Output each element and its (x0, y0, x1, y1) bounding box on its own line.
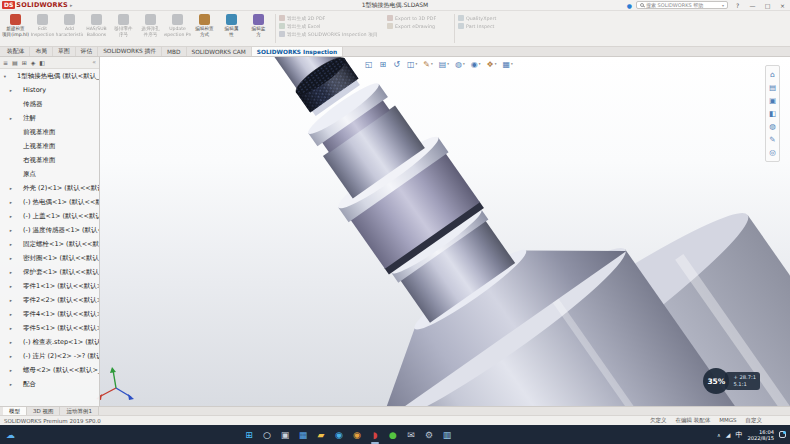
command-tab[interactable]: 装配体 (2, 47, 30, 56)
view-orientation-icon[interactable]: ▤ ▾ (439, 60, 449, 69)
assembly-model[interactable] (53, 57, 790, 406)
tree-item[interactable]: ▸ 零件5<1> (默认<<默认>_显示状态) (0, 321, 99, 335)
part-inspect-button[interactable]: Part Inspect (458, 23, 510, 29)
zoom-area-icon[interactable]: ⊞ (380, 60, 388, 69)
select-balloon-button[interactable]: 选择弹孔 件序号 (137, 12, 164, 45)
tree-item[interactable]: ▸ 注解 (0, 111, 99, 125)
remove-balloon-button[interactable]: 移排零件 序号 (110, 12, 137, 45)
input-method-indicator[interactable]: 中 (735, 430, 742, 440)
file-menu-arrow-icon[interactable]: ▸ (70, 2, 73, 8)
dropdown-caret-icon[interactable]: ▾ (416, 60, 418, 69)
status-item[interactable]: MMGS (719, 417, 736, 424)
design-library-icon[interactable]: ▤ (769, 83, 776, 92)
export-inspection-project-button[interactable]: 导出生成 SOLIDWORKS Inspection 项目 (279, 31, 387, 37)
search-button[interactable]: ○ (261, 429, 273, 441)
settings-button[interactable]: ⚙ (423, 429, 435, 441)
search-caret-icon[interactable]: ▾ (722, 3, 724, 8)
tree-item[interactable]: 前视基准面 (0, 125, 99, 139)
command-tab[interactable]: 评估 (76, 47, 99, 56)
tree-item[interactable]: ▸ (-) 检查表.step<1> (默认<<默认>_显示状态) (0, 335, 99, 349)
status-item[interactable]: 在编辑 装配体 (676, 417, 711, 424)
tree-item[interactable]: ▾ 1型轴接热电偶 (默认<默认_显示状态-1>) (0, 69, 99, 83)
tree-item[interactable]: ▸ 密封圈<1> (默认<<默认>_显示状态) (0, 251, 99, 265)
annotation-visibility-icon[interactable]: ✎ ▾ (423, 60, 432, 69)
tree-item[interactable]: 原点 (0, 167, 99, 181)
propertymanager-tab[interactable]: ▤ (12, 59, 18, 66)
task-view-button[interactable]: ▣ (279, 429, 291, 441)
login-icon[interactable]: ● (627, 2, 632, 9)
help-search-input[interactable]: 搜索 SOLIDWORKS 帮助 ▾ (636, 1, 728, 9)
dropdown-caret-icon[interactable]: ▾ (463, 60, 465, 69)
command-tab[interactable]: SOLIDWORKS 插件 (98, 47, 162, 56)
browser-button[interactable]: ◉ (351, 429, 363, 441)
dropdown-caret-icon[interactable]: ▾ (447, 60, 449, 69)
tree-item[interactable]: ▸ (-) 连片 (2)<2> ->? (默认<<默认>_显示状态) (0, 349, 99, 363)
taskbar-clock[interactable]: 16:04 2022/8/15 (747, 429, 774, 441)
tree-item[interactable]: 上视基准面 (0, 139, 99, 153)
minimize-button[interactable]: — (747, 2, 758, 9)
wechat-button[interactable]: ● (387, 429, 399, 441)
previous-view-icon[interactable]: ↺ (393, 60, 401, 69)
tree-item[interactable]: ▸ 外壳 (2)<1> (默认<<默认>_显示状态) (0, 181, 99, 195)
edge-button[interactable]: ◉ (333, 429, 345, 441)
featuremanager-tab[interactable]: ≡ (3, 59, 8, 66)
document-tab[interactable]: 运动算例1 (60, 407, 99, 415)
tray-overflow-icon[interactable]: ∧ (717, 432, 721, 438)
add-characteristics-button[interactable]: Add Characteristics (56, 12, 83, 45)
tree-item[interactable]: ▸ 零件1<1> (默认<<默认>_显示状态) (0, 279, 99, 293)
tree-item[interactable]: ▸ History (0, 83, 99, 97)
close-button[interactable]: × (777, 2, 788, 9)
notification-icon[interactable] (779, 431, 786, 438)
tree-item[interactable]: 右视基准面 (0, 153, 99, 167)
tree-item[interactable]: ▸ 零件4<1> (默认<<默认>_显示状态) (0, 307, 99, 321)
status-item[interactable]: 欠定义 (650, 417, 667, 424)
mail-button[interactable]: ✉ (405, 429, 417, 441)
section-view-icon[interactable]: ◫ ▾ (407, 60, 417, 69)
file-explorer-pane-icon[interactable]: ▣ (769, 96, 776, 105)
dropdown-caret-icon[interactable]: ▾ (495, 60, 497, 69)
command-tab[interactable]: 布局 (30, 47, 53, 56)
qualityxpert-button[interactable]: QualityXpert (458, 15, 510, 21)
edit-inspection-method-button[interactable]: 编辑检查 方式 (191, 12, 218, 45)
task-pane-home-icon[interactable]: ⌂ (770, 70, 775, 79)
dropdown-caret-icon[interactable]: ▾ (479, 60, 481, 69)
zoom-fit-icon[interactable]: ◱ (365, 60, 374, 69)
document-tab[interactable]: 3D 视图 (27, 407, 60, 415)
appearances-icon[interactable]: ◍ (769, 122, 776, 131)
solidworks-app-button[interactable]: ◗ (369, 429, 381, 441)
command-tab[interactable]: SOLIDWORKS Inspection (252, 47, 343, 56)
file-explorer-button[interactable]: ▰ (315, 429, 327, 441)
export-excel-button[interactable]: 导出生成 Excel (279, 23, 387, 29)
balloons-button[interactable]: HAS/SUB Balloons (83, 12, 110, 45)
maximize-button[interactable]: □ (762, 2, 773, 9)
update-inspection-project-button[interactable]: Update Inspection Proj (164, 12, 191, 45)
custom-properties-icon[interactable]: ✎ (769, 135, 775, 144)
store-button[interactable]: ▥ (441, 429, 453, 441)
tree-item[interactable]: ▸ 固定螺栓<1> (默认<<默认>_显示状态) (0, 237, 99, 251)
status-item[interactable]: 自定义 (746, 417, 763, 424)
display-style-icon[interactable]: ◍ ▾ (455, 60, 465, 69)
hide-show-icon[interactable]: ◉ ▾ (471, 60, 481, 69)
tree-item[interactable]: ▸ (-) 温度传感器<1> (默认<<默认>_显示状态) (0, 223, 99, 237)
command-tab[interactable]: 草图 (53, 47, 76, 56)
edit-inspection-button[interactable]: Edit Inspection (29, 12, 56, 45)
export-2d-pdf-button[interactable]: 导出生成 2D PDF (279, 15, 387, 21)
weather-widget-icon[interactable]: ☁ (6, 430, 15, 440)
apply-scene-icon[interactable]: ▦ ▾ (503, 60, 513, 69)
command-tab[interactable]: MBD (162, 47, 186, 56)
tree-item[interactable]: ▸ 螺母<2> (默认<<默认>_显示状态) (0, 363, 99, 377)
network-icon[interactable]: ◢ (726, 431, 731, 438)
dropdown-caret-icon[interactable]: ▾ (431, 60, 433, 69)
edit-appearance-icon[interactable]: ❖ ▾ (487, 60, 497, 69)
widgets-button[interactable]: ▦ (297, 429, 309, 441)
document-tab[interactable]: 模型 (3, 407, 27, 415)
help-button[interactable]: ? (732, 2, 743, 9)
displaymanager-tab[interactable]: ◧ (39, 59, 45, 66)
3d-model-svg[interactable] (0, 57, 790, 406)
command-tab[interactable]: SOLIDWORKS CAM (187, 47, 252, 56)
tree-item[interactable]: ▸ 保护套<1> (默认<<默认>_显示状态) (0, 265, 99, 279)
forum-icon[interactable]: ◎ (769, 148, 776, 157)
dimxpert-tab[interactable]: ◈ (31, 59, 36, 66)
tree-item[interactable]: ▸ (-) 热电偶<1> (默认<<默认>_显示状态) (0, 195, 99, 209)
edit-template-button[interactable]: 编辑监 方 (245, 12, 272, 45)
